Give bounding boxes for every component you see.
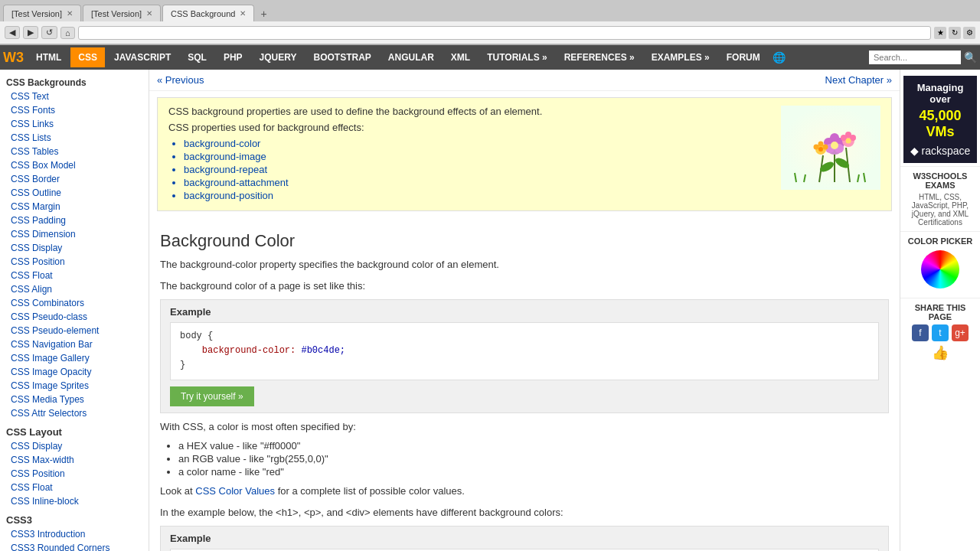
sidebar-item-css3-rounded[interactable]: CSS3 Rounded Corners [0, 541, 149, 551]
ad-box: Managing over 45,000 VMs ◆ rackspace [903, 76, 977, 163]
tab-3[interactable]: CSS Background ✕ [162, 5, 254, 21]
tab-bar: [Test Version] ✕ [Test Version] ✕ CSS Ba… [0, 0, 980, 21]
section-1-p2: The background color of a page is set li… [160, 279, 889, 294]
intro-title: CSS background properties are used to de… [168, 106, 781, 117]
sidebar-item-css-dimension[interactable]: CSS Dimension [0, 227, 149, 241]
example-1-code: body { background-color: #b0c4de; } [170, 322, 879, 380]
svg-point-12 [831, 142, 838, 149]
nav-xml[interactable]: XML [443, 47, 478, 67]
search-icon[interactable]: 🔍 [964, 51, 977, 64]
sidebar-item-css-outline[interactable]: CSS Outline [0, 186, 149, 200]
nav-sql[interactable]: SQL [180, 47, 214, 67]
color-list: a HEX value - like "#ff0000" an RGB valu… [178, 440, 889, 478]
example-2-label: Example [170, 533, 879, 544]
sidebar-item-css-margin[interactable]: CSS Margin [0, 200, 149, 214]
sidebar-item-css-media-types[interactable]: CSS Media Types [0, 393, 149, 406]
nav-references[interactable]: REFERENCES » [557, 47, 642, 67]
svg-point-19 [818, 142, 824, 147]
sidebar-item-layout-float[interactable]: CSS Float [0, 481, 149, 494]
nav-php[interactable]: PHP [216, 47, 250, 67]
facebook-share-button[interactable]: f [912, 324, 929, 341]
nav-search-input[interactable] [869, 51, 961, 64]
sidebar-item-css-pseudo-class[interactable]: CSS Pseudo-class [0, 310, 149, 324]
sidebar-item-css-image-gallery[interactable]: CSS Image Gallery [0, 351, 149, 365]
nav-bootstrap[interactable]: BOOTSTRAP [306, 47, 379, 67]
nav-tutorials[interactable]: TUTORIALS » [479, 47, 554, 67]
nav-css[interactable]: CSS [70, 47, 105, 67]
svg-point-17 [846, 139, 851, 144]
sidebar-item-css-combinators[interactable]: CSS Combinators [0, 296, 149, 310]
intro-list: background-color background-image backgr… [184, 138, 781, 201]
code-line-3: } [180, 358, 869, 373]
css-color-values-link[interactable]: CSS Color Values [195, 485, 275, 497]
code-value: #b0c4de; [296, 345, 345, 356]
tab-1[interactable]: [Test Version] ✕ [3, 5, 81, 21]
sidebar-item-css-box-model[interactable]: CSS Box Model [0, 158, 149, 172]
forward-button[interactable]: ▶ [23, 26, 38, 39]
next-chapter-button[interactable]: Next Chapter » [825, 74, 892, 86]
nav-html[interactable]: HTML [28, 47, 69, 67]
like-button[interactable]: 👍 [905, 344, 975, 361]
sidebar-item-css-pseudo-element[interactable]: CSS Pseudo-element [0, 324, 149, 337]
reload-button[interactable]: ↺ [41, 26, 57, 39]
sidebar-item-css-position[interactable]: CSS Position [0, 255, 149, 269]
sidebar-item-css3-intro[interactable]: CSS3 Introduction [0, 527, 149, 541]
tab-2-close[interactable]: ✕ [146, 9, 152, 18]
sidebar-item-css-lists[interactable]: CSS Lists [0, 131, 149, 145]
nav-examples[interactable]: EXAMPLES » [644, 47, 717, 67]
try-it-button-1[interactable]: Try it yourself » [170, 386, 254, 406]
share-title: SHARE THIS PAGE [905, 303, 975, 321]
url-input[interactable]: www.w3schools.com/css/css_background.asp [78, 26, 931, 40]
intro-box: CSS background properties are used to de… [157, 97, 892, 211]
sidebar-item-css-align[interactable]: CSS Align [0, 282, 149, 296]
color-picker-wheel[interactable] [921, 250, 959, 289]
sidebar-item-layout-max-width[interactable]: CSS Max-width [0, 453, 149, 467]
intro-image [781, 106, 880, 190]
sidebar-item-css-links[interactable]: CSS Links [0, 117, 149, 131]
sidebar-item-layout-position[interactable]: CSS Position [0, 467, 149, 481]
googleplus-share-button[interactable]: g+ [952, 324, 969, 341]
sidebar-item-css-float[interactable]: CSS Float [0, 269, 149, 282]
sidebar-item-css-nav-bar[interactable]: CSS Navigation Bar [0, 337, 149, 351]
sidebar-item-layout-inline-block[interactable]: CSS Inline-block [0, 494, 149, 508]
sidebar-item-css-text[interactable]: CSS Text [0, 90, 149, 103]
code-keyword: background-color: [202, 345, 296, 356]
settings-icon[interactable]: ⚙ [963, 27, 975, 39]
twitter-share-button[interactable]: t [932, 324, 949, 341]
sidebar-item-css-image-sprites[interactable]: CSS Image Sprites [0, 379, 149, 393]
share-section: SHARE THIS PAGE f t g+ 👍 [900, 298, 980, 366]
tab-2[interactable]: [Test Version] ✕ [83, 5, 161, 21]
nav-javascript[interactable]: JAVASCRIPT [106, 47, 178, 67]
bookmark-icon[interactable]: ★ [934, 27, 946, 39]
sidebar-item-css-image-opacity[interactable]: CSS Image Opacity [0, 365, 149, 379]
nav-angular[interactable]: ANGULAR [381, 47, 442, 67]
browser-chrome: [Test Version] ✕ [Test Version] ✕ CSS Ba… [0, 0, 980, 45]
content-section-1: Background Color The background-color pr… [149, 217, 900, 551]
sidebar-item-css-border[interactable]: CSS Border [0, 172, 149, 186]
tab-1-close[interactable]: ✕ [67, 9, 73, 18]
intro-item-1: background-color [184, 138, 781, 149]
sidebar-item-layout-display[interactable]: CSS Display [0, 439, 149, 453]
prev-chapter-button[interactable]: « Previous [157, 74, 204, 86]
color-picker-section: COLOR PICKER [900, 231, 980, 298]
sidebar-item-css-fonts[interactable]: CSS Fonts [0, 103, 149, 117]
address-icons: ★ ↻ ⚙ [934, 27, 975, 39]
tab-3-close[interactable]: ✕ [240, 9, 246, 18]
main-content: « Previous Next Chapter » CSS background… [149, 70, 900, 551]
nav-jquery[interactable]: JQUERY [252, 47, 305, 67]
p2-post-text: for a complete list of possible color va… [278, 485, 465, 497]
example-box-1: Example body { background-color: #b0c4de… [160, 299, 889, 413]
tab-1-label: [Test Version] [11, 9, 62, 18]
intro-text: CSS background properties are used to de… [168, 106, 781, 203]
nav-forum[interactable]: FORUM [719, 47, 768, 67]
back-button[interactable]: ◀ [5, 26, 20, 39]
sidebar-item-css-display[interactable]: CSS Display [0, 241, 149, 255]
globe-icon[interactable]: 🌐 [773, 51, 786, 64]
home-button[interactable]: ⌂ [60, 27, 75, 39]
w3-logo: W3 [3, 50, 24, 66]
sidebar-item-css-tables[interactable]: CSS Tables [0, 145, 149, 158]
new-tab-button[interactable]: + [256, 6, 271, 21]
refresh-icon[interactable]: ↻ [949, 27, 961, 39]
sidebar-item-css-padding[interactable]: CSS Padding [0, 214, 149, 227]
sidebar-item-css-attr-selectors[interactable]: CSS Attr Selectors [0, 406, 149, 420]
